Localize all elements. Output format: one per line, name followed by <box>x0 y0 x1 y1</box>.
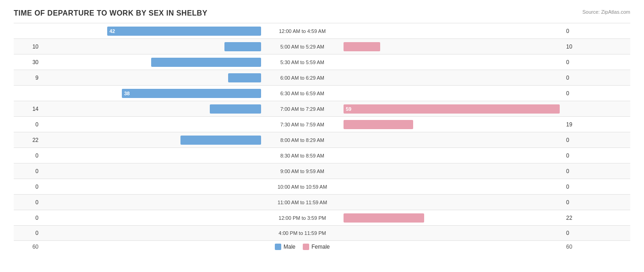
right-axis-value: 0 <box>563 90 591 97</box>
right-axis-value: 10 <box>563 44 591 50</box>
chart-row: 08:30 AM to 8:59 AM0 <box>14 147 630 163</box>
right-axis-value: 22 <box>563 215 591 221</box>
male-bar-area <box>41 226 261 240</box>
male-bar-area <box>41 132 261 147</box>
time-range-label: 6:30 AM to 6:59 AM <box>261 91 344 96</box>
legend-male-label: Male <box>284 244 295 250</box>
time-range-label: 7:00 AM to 7:29 AM <box>261 106 344 112</box>
female-bar-area: 59 <box>344 101 563 116</box>
chart-row: 011:00 AM to 11:59 AM0 <box>14 194 630 210</box>
left-axis-value: 14 <box>14 106 41 112</box>
female-bar-area <box>344 195 563 210</box>
female-bar-area <box>344 54 563 70</box>
right-axis-value: 0 <box>563 184 591 190</box>
male-bar: 38 <box>122 89 261 98</box>
chart-row: 386:30 AM to 6:59 AM0 <box>14 85 630 101</box>
left-axis-value: 0 <box>14 152 41 159</box>
chart-row: 09:00 AM to 9:59 AM0 <box>14 163 630 179</box>
male-bar-badge: 38 <box>122 91 132 96</box>
male-bar-area <box>41 210 261 225</box>
time-range-label: 9:00 AM to 9:59 AM <box>261 169 344 174</box>
female-bar <box>344 42 380 51</box>
legend: Male Female <box>261 244 344 250</box>
male-bar <box>224 42 261 51</box>
chart-title: TIME OF DEPARTURE TO WORK BY SEX IN SHEL… <box>14 9 207 17</box>
chart-row: 228:00 AM to 8:29 AM0 <box>14 132 630 147</box>
female-bar-area <box>344 148 563 163</box>
female-bar: 59 <box>344 104 560 114</box>
female-bar <box>344 213 424 223</box>
time-range-label: 8:00 AM to 8:29 AM <box>261 137 344 143</box>
female-bar <box>344 120 413 129</box>
male-bar-area <box>41 148 261 163</box>
left-axis-value: 10 <box>14 44 41 50</box>
left-axis-value: 0 <box>14 230 41 236</box>
bottom-axis-row: 60 Male Female 60 <box>14 244 630 250</box>
female-bar-area <box>344 163 563 179</box>
source-text: Source: ZipAtlas.com <box>582 9 630 15</box>
left-axis-value: 0 <box>14 184 41 190</box>
male-bar-area: 38 <box>41 86 261 101</box>
female-bar-badge: 59 <box>344 106 354 112</box>
right-axis-value: 0 <box>563 152 591 159</box>
left-axis-value: 0 <box>14 168 41 174</box>
right-axis-value: 0 <box>563 75 591 81</box>
time-range-label: 7:30 AM to 7:59 AM <box>261 122 344 127</box>
axis-right-label: 60 <box>563 244 591 250</box>
male-bar-area <box>41 179 261 194</box>
right-axis-value: 0 <box>563 168 591 174</box>
male-bar-area: 42 <box>41 23 261 38</box>
female-bar-area <box>344 210 563 225</box>
chart-row: 305:30 AM to 5:59 AM0 <box>14 54 630 70</box>
female-bar-area <box>344 179 563 194</box>
time-range-label: 5:00 AM to 5:29 AM <box>261 44 344 49</box>
male-bar-area <box>41 54 261 70</box>
chart-row: 4212:00 AM to 4:59 AM0 <box>14 23 630 38</box>
male-bar-area <box>41 163 261 179</box>
legend-male-box <box>275 244 281 250</box>
female-bar-area <box>344 39 563 54</box>
chart-row: 04:00 PM to 11:59 PM0 <box>14 225 630 241</box>
time-range-label: 5:30 AM to 5:59 AM <box>261 60 344 65</box>
chart-row: 010:00 AM to 10:59 AM0 <box>14 179 630 194</box>
right-axis-value: 0 <box>563 28 591 34</box>
legend-female-box <box>303 244 309 250</box>
chart-row: 012:00 PM to 3:59 PM22 <box>14 210 630 225</box>
left-axis-value: 0 <box>14 215 41 221</box>
chart-container: TIME OF DEPARTURE TO WORK BY SEX IN SHEL… <box>0 0 644 264</box>
time-range-label: 10:00 AM to 10:59 AM <box>261 184 344 190</box>
male-bar-area <box>41 101 261 116</box>
female-bar-area <box>344 23 563 38</box>
axis-left-label: 60 <box>14 244 41 250</box>
male-bar <box>210 104 261 114</box>
male-bar-area <box>41 117 261 132</box>
chart-row: 105:00 AM to 5:29 AM10 <box>14 38 630 54</box>
time-range-label: 12:00 AM to 4:59 AM <box>261 28 344 34</box>
time-range-label: 11:00 AM to 11:59 AM <box>261 200 344 205</box>
right-axis-value: 19 <box>563 121 591 128</box>
time-range-label: 12:00 PM to 3:59 PM <box>261 215 344 221</box>
male-bar <box>228 73 261 82</box>
male-bar-area <box>41 39 261 54</box>
male-bar <box>180 136 261 145</box>
right-axis-value: 0 <box>563 59 591 65</box>
time-range-label: 6:00 AM to 6:29 AM <box>261 75 344 81</box>
time-range-label: 8:30 AM to 8:59 AM <box>261 153 344 158</box>
female-bar-area <box>344 86 563 101</box>
chart-row: 96:00 AM to 6:29 AM0 <box>14 70 630 85</box>
male-bar-area <box>41 195 261 210</box>
male-bar <box>151 58 261 67</box>
chart-row: 07:30 AM to 7:59 AM19 <box>14 116 630 132</box>
male-bar-area <box>41 70 261 85</box>
right-axis-value: 0 <box>563 199 591 206</box>
legend-female-label: Female <box>311 244 330 250</box>
time-range-label: 4:00 PM to 11:59 PM <box>261 230 344 236</box>
male-bar: 42 <box>107 27 261 36</box>
female-bar-area <box>344 117 563 132</box>
chart-row: 147:00 AM to 7:29 AM59 <box>14 101 630 116</box>
female-bar-area <box>344 70 563 85</box>
left-axis-value: 0 <box>14 121 41 128</box>
left-axis-value: 9 <box>14 75 41 81</box>
left-axis-value: 22 <box>14 137 41 143</box>
legend-female: Female <box>303 244 330 250</box>
